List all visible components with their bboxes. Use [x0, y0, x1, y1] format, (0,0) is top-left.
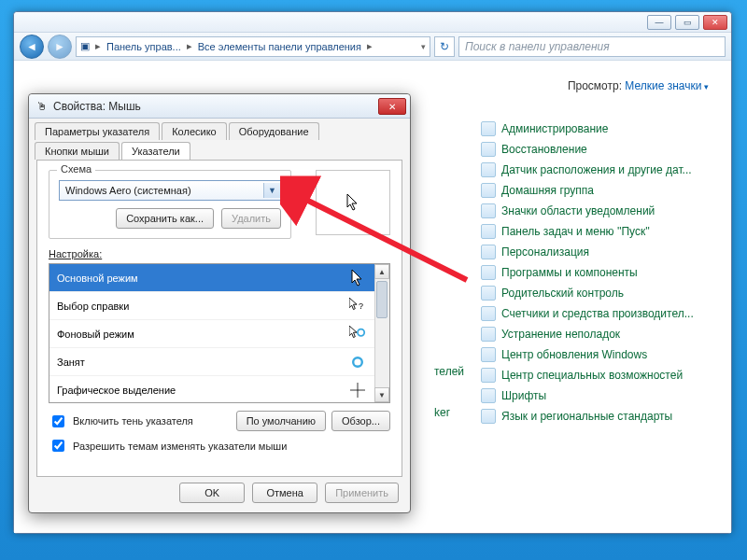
refresh-button[interactable]: ↻ — [434, 36, 455, 57]
cp-item[interactable]: Язык и региональные стандарты — [481, 406, 724, 427]
cp-item[interactable]: Администрирование — [481, 119, 724, 139]
list-item-label: Занят — [57, 357, 85, 368]
list-item[interactable]: Выбор справки ? — [49, 292, 389, 320]
item-icon — [481, 265, 496, 280]
nav-forward-button[interactable]: ► — [48, 35, 72, 59]
cp-item[interactable]: Шрифты — [481, 385, 724, 406]
item-icon — [481, 347, 496, 362]
svg-text:?: ? — [359, 301, 363, 310]
cp-item[interactable]: Панель задач и меню ''Пуск'' — [481, 221, 724, 242]
options-checks: Включить тень указателя По умолчанию Обз… — [49, 411, 390, 455]
breadcrumb[interactable]: ▣ ▸ Панель управ... ▸ Все элементы панел… — [76, 36, 430, 57]
breadcrumb-seg2[interactable]: Все элементы панели управления — [198, 41, 361, 52]
customize-label: Настройка: — [49, 248, 390, 259]
cp-item[interactable]: Датчик расположения и другие дат... — [481, 160, 724, 180]
dialog-title: Свойства: Мышь — [53, 100, 141, 113]
dialog-close-button[interactable]: ✕ — [378, 98, 406, 115]
cp-item-label: Центр обновления Windows — [501, 348, 647, 361]
item-icon — [481, 306, 496, 321]
scroll-down-button[interactable]: ▼ — [374, 387, 389, 402]
tab-pointers[interactable]: Указатели — [121, 142, 190, 160]
scroll-thumb[interactable] — [376, 281, 388, 318]
tab-buttons[interactable]: Кнопки мыши — [35, 142, 120, 160]
cp-item[interactable]: Восстановление — [481, 139, 724, 160]
ok-button[interactable]: OK — [179, 483, 245, 503]
theme-checkbox[interactable]: Разрешить темам изменять указатели мыши — [49, 437, 390, 455]
cp-item-list: Администрирование Восстановление Датчик … — [481, 119, 724, 427]
save-as-button[interactable]: Сохранить как... — [116, 208, 214, 229]
scheme-value: Windows Aero (системная) — [65, 185, 191, 196]
scheme-legend: Схема — [57, 163, 95, 175]
shadow-checkbox-input[interactable] — [52, 415, 64, 427]
cp-maximize-button[interactable]: ▭ — [675, 15, 699, 30]
cp-item-label: Центр специальных возможностей — [501, 369, 683, 382]
precision-cursor-icon — [348, 381, 367, 399]
cancel-button[interactable]: Отмена — [252, 483, 317, 503]
breadcrumb-icon: ▣ — [80, 40, 90, 52]
nav-back-button[interactable]: ◄ — [20, 35, 44, 59]
dialog-titlebar[interactable]: 🖱 Свойства: Мышь ✕ — [29, 94, 410, 119]
cp-item-label: Персонализация — [501, 245, 589, 259]
search-placeholder: Поиск в панели управления — [465, 40, 610, 53]
cp-item-label: Шрифты — [501, 389, 546, 402]
help-cursor-icon: ? — [348, 297, 367, 315]
list-item-label: Основной режим — [57, 273, 138, 284]
cp-item-label: Родительский контроль — [501, 287, 624, 300]
cp-item[interactable]: Центр обновления Windows — [481, 344, 724, 365]
chevron-down-icon[interactable]: ▼ — [263, 183, 280, 198]
svg-point-1 — [358, 329, 364, 335]
tab-hardware[interactable]: Оборудование — [229, 122, 319, 140]
cp-item-label: Программы и компоненты — [501, 266, 638, 279]
delete-button[interactable]: Удалить — [221, 208, 281, 229]
cp-minimize-button[interactable]: — — [647, 15, 671, 30]
item-icon — [481, 203, 496, 218]
breadcrumb-dropdown-icon[interactable]: ▾ — [421, 42, 426, 51]
cp-item[interactable]: Родительский контроль — [481, 283, 724, 303]
defaults-button[interactable]: По умолчанию — [236, 411, 326, 431]
apply-button[interactable]: Применить — [325, 483, 399, 503]
search-input[interactable]: Поиск в панели управления — [458, 36, 726, 57]
cp-item-label: Восстановление — [501, 143, 587, 156]
list-item[interactable]: Фоновый режим — [49, 320, 389, 348]
breadcrumb-seg1[interactable]: Панель управ... — [106, 41, 181, 52]
cp-item-label: Домашняя группа — [501, 184, 594, 197]
theme-checkbox-input[interactable] — [52, 440, 64, 452]
scroll-up-button[interactable]: ▲ — [374, 264, 389, 279]
shadow-checkbox[interactable]: Включить тень указателя — [49, 413, 193, 430]
scheme-group: Схема Windows Aero (системная) ▼ Сохрани… — [49, 170, 291, 239]
cp-item[interactable]: Значки области уведомлений — [481, 201, 724, 221]
cp-item[interactable]: Домашняя группа — [481, 180, 724, 201]
item-icon — [481, 142, 496, 157]
cp-item-label: Счетчики и средства производител... — [501, 307, 694, 320]
browse-button[interactable]: Обзор... — [331, 411, 390, 431]
item-icon — [481, 162, 496, 177]
cp-close-button[interactable]: ✕ — [703, 15, 727, 30]
cursor-list[interactable]: Основной режим Выбор справки ? Фоновый р… — [49, 263, 390, 403]
arrow-cursor-icon — [346, 194, 359, 211]
breadcrumb-sep-icon: ▸ — [187, 40, 192, 52]
list-item[interactable]: Занят — [49, 348, 389, 376]
list-item[interactable]: Графическое выделение — [49, 376, 389, 403]
cp-item[interactable]: Программы и компоненты — [481, 262, 724, 283]
list-item-label: Графическое выделение — [57, 385, 176, 396]
cp-item[interactable]: Счетчики и средства производител... — [481, 303, 724, 324]
scheme-combobox[interactable]: Windows Aero (системная) ▼ — [59, 180, 283, 201]
cp-item[interactable]: Устранение неполадок — [481, 324, 724, 344]
cp-item[interactable]: Персонализация — [481, 242, 724, 262]
tab-strip: Параметры указателя Колесико Оборудовани… — [29, 119, 410, 160]
list-item[interactable]: Основной режим — [49, 264, 389, 292]
tab-pointer-options[interactable]: Параметры указателя — [35, 122, 160, 140]
view-mode: Просмотр: Мелкие значки — [568, 79, 709, 92]
working-cursor-icon — [348, 325, 367, 343]
arrow-cursor-icon — [348, 269, 367, 287]
dialog-footer: OK Отмена Применить — [179, 483, 399, 503]
item-icon — [481, 121, 496, 136]
mouse-icon: 🖱 — [36, 100, 48, 113]
breadcrumb-sep-icon: ▸ — [367, 40, 373, 52]
cp-item[interactable]: Центр специальных возможностей — [481, 365, 724, 385]
item-icon — [481, 388, 496, 403]
scrollbar[interactable]: ▲ ▼ — [374, 264, 389, 402]
tab-wheel[interactable]: Колесико — [162, 122, 227, 140]
view-mode-link[interactable]: Мелкие значки — [625, 79, 709, 92]
cp-titlebar: — ▭ ✕ — [14, 12, 731, 33]
